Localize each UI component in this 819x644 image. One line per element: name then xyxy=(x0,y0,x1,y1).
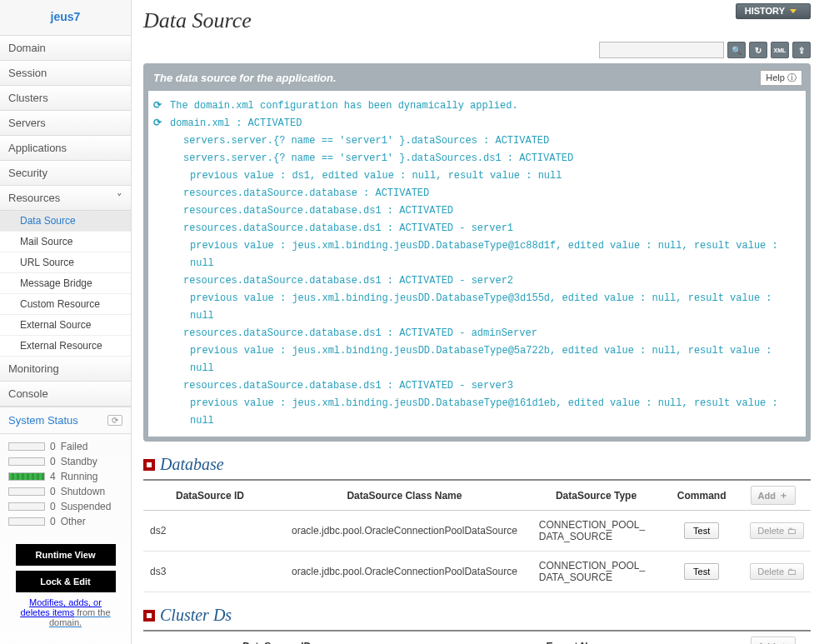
add-cluster-ds-button[interactable]: Add ＋ xyxy=(751,637,796,644)
status-count: 0 xyxy=(50,516,56,527)
log-text: resources.dataSource.database.ds1 : ACTI… xyxy=(170,377,801,395)
log-text: previous value : jeus.xml.binding.jeusDD… xyxy=(170,237,801,272)
log-line: previous value : jeus.xml.binding.jeusDD… xyxy=(153,342,801,377)
log-line: previous value : jeus.xml.binding.jeusDD… xyxy=(153,290,801,325)
sidebar-subitem-external-resource[interactable]: External Resource xyxy=(0,336,131,357)
log-line: servers.server.{? name == 'server1' }.da… xyxy=(153,150,801,167)
log-text: resources.dataSource.database.ds1 : ACTI… xyxy=(170,325,801,342)
lock-edit-button[interactable]: Lock & Edit xyxy=(16,571,116,592)
sidebar-actions: Runtime View Lock & Edit Modifies, adds,… xyxy=(0,537,131,634)
sidebar-subitem-mail-source[interactable]: Mail Source xyxy=(0,232,131,252)
log-line: resources.dataSource.database.ds1 : ACTI… xyxy=(153,325,801,342)
table-row: ds2 oracle.jdbc.pool.OracleConnectionPoo… xyxy=(143,511,811,552)
chevron-down-icon: ˅ xyxy=(117,192,122,204)
sidebar: jeus7 Domain Session Clusters Servers Ap… xyxy=(0,0,132,644)
log-text: domain.xml : ACTIVATED xyxy=(170,115,801,132)
search-input[interactable] xyxy=(599,42,724,58)
refresh-icon: ⟳ xyxy=(153,115,165,132)
runtime-view-button[interactable]: Runtime View xyxy=(16,544,116,566)
database-table: DataSource ID DataSource Class Name Data… xyxy=(143,479,811,592)
delete-button[interactable]: Delete 🗀 xyxy=(750,563,804,580)
sidebar-item-session[interactable]: Session xyxy=(0,61,131,86)
log-text: previous value : jeus.xml.binding.jeusDD… xyxy=(170,342,801,377)
log-line: previous value : jeus.xml.binding.jeusDD… xyxy=(153,237,801,272)
log-line: resources.dataSource.database.ds1 : ACTI… xyxy=(153,377,801,395)
sidebar-item-monitoring[interactable]: Monitoring xyxy=(0,357,131,382)
status-label: Shutdown xyxy=(61,486,105,497)
cluster-ds-section-title: Cluster Ds xyxy=(160,606,232,625)
log-line: resources.dataSource.database.ds1 : ACTI… xyxy=(153,220,801,237)
status-count: 0 xyxy=(50,486,56,497)
refresh-icon[interactable]: ⟳ xyxy=(107,415,122,426)
test-button[interactable]: Test xyxy=(684,563,719,580)
cluster-ds-table: DataSource ID Export Name Add ＋ No resul… xyxy=(143,630,811,644)
log-text: servers.server.{? name == 'server1' }.da… xyxy=(170,132,801,150)
status-count: 0 xyxy=(50,441,56,452)
message-panel: The data source for the application. Hel… xyxy=(143,63,811,442)
col-class-name: DataSource Class Name xyxy=(277,480,532,511)
status-count: 4 xyxy=(50,471,56,482)
toolbar: 🔍 ↻ XML ⇪ xyxy=(143,42,811,58)
log-line: ⟳The domain.xml configuration has been d… xyxy=(153,97,801,115)
cell-dstype: CONNECTION_POOL_DATA_SOURCE xyxy=(532,552,660,592)
cell-classname: oracle.jdbc.pool.OracleConnectionPoolDat… xyxy=(277,511,532,552)
refresh-icon: ⟳ xyxy=(153,97,165,115)
log-line: resources.dataSource.database : ACTIVATE… xyxy=(153,185,801,202)
cell-dstype: CONNECTION_POOL_DATA_SOURCE xyxy=(532,511,660,552)
sidebar-subitem-url-source[interactable]: URL Source xyxy=(0,252,131,273)
sidebar-subitem-custom-resource[interactable]: Custom Resource xyxy=(0,294,131,315)
sidebar-item-resources[interactable]: Resources ˅ xyxy=(0,186,131,211)
sidebar-subitem-external-source[interactable]: External Source xyxy=(0,315,131,336)
system-status-title: System Status xyxy=(8,414,78,427)
xml-export-icon[interactable]: XML xyxy=(771,42,789,58)
sidebar-item-applications[interactable]: Applications xyxy=(0,136,131,161)
status-bar-icon xyxy=(8,472,45,481)
section-icon xyxy=(143,610,155,622)
sidebar-helper-text: Modifies, adds, or deletes items from th… xyxy=(7,597,124,627)
sidebar-item-domain[interactable]: Domain xyxy=(0,36,131,61)
status-row-shutdown: 0 Shutdown xyxy=(8,484,122,499)
sidebar-subitem-message-bridge[interactable]: Message Bridge xyxy=(0,273,131,294)
log-text: previous value : jeus.xml.binding.jeusDD… xyxy=(170,290,801,325)
message-panel-body: ⟳The domain.xml configuration has been d… xyxy=(148,91,806,437)
log-line: ⟳domain.xml : ACTIVATED xyxy=(153,115,801,132)
col-command: Command xyxy=(660,480,743,511)
table-row: ds3 oracle.jdbc.pool.OracleConnectionPoo… xyxy=(143,552,811,592)
database-section-title: Database xyxy=(160,455,224,474)
section-icon xyxy=(143,459,155,471)
sidebar-item-security[interactable]: Security xyxy=(0,161,131,186)
sidebar-subitem-data-source[interactable]: Data Source xyxy=(0,211,131,232)
col-datasource-id: DataSource ID xyxy=(143,480,277,511)
message-panel-title: The data source for the application. xyxy=(153,72,337,84)
system-status-header: System Status ⟳ xyxy=(0,407,131,434)
status-bar-icon xyxy=(8,457,45,466)
sidebar-item-clusters[interactable]: Clusters xyxy=(0,86,131,111)
log-text: resources.dataSource.database.ds1 : ACTI… xyxy=(170,272,801,290)
cell-dsid: ds3 xyxy=(143,552,277,592)
sidebar-item-console[interactable]: Console xyxy=(0,382,131,407)
delete-button[interactable]: Delete 🗀 xyxy=(750,522,804,539)
log-text: The domain.xml configuration has been dy… xyxy=(170,97,801,115)
status-bar-icon xyxy=(8,442,45,451)
brand-title: jeus7 xyxy=(0,0,131,36)
help-button[interactable]: Help ⓘ xyxy=(760,70,802,86)
page-title: Data Source xyxy=(143,8,252,33)
cell-classname: oracle.jdbc.pool.OracleConnectionPoolDat… xyxy=(277,552,532,592)
log-line: previous value : ds1, edited value : nul… xyxy=(153,167,801,185)
status-row-failed: 0 Failed xyxy=(8,439,122,454)
status-label: Standby xyxy=(61,456,97,467)
log-line: servers.server.{? name == 'server1' }.da… xyxy=(153,132,801,150)
trash-icon: 🗀 xyxy=(787,526,797,536)
export-icon[interactable]: ⇪ xyxy=(792,42,811,58)
sidebar-item-servers[interactable]: Servers xyxy=(0,111,131,136)
add-database-button[interactable]: Add ＋ xyxy=(751,486,796,505)
search-icon[interactable]: 🔍 xyxy=(727,42,746,58)
status-bar-icon xyxy=(8,487,45,496)
status-row-suspended: 0 Suspended xyxy=(8,499,122,514)
sidebar-item-label: Resources xyxy=(8,192,60,204)
status-row-standby: 0 Standby xyxy=(8,454,122,469)
reload-icon[interactable]: ↻ xyxy=(749,42,767,58)
test-button[interactable]: Test xyxy=(684,522,719,539)
history-button[interactable]: HISTORY xyxy=(736,3,811,19)
plus-icon: ＋ xyxy=(779,640,788,644)
